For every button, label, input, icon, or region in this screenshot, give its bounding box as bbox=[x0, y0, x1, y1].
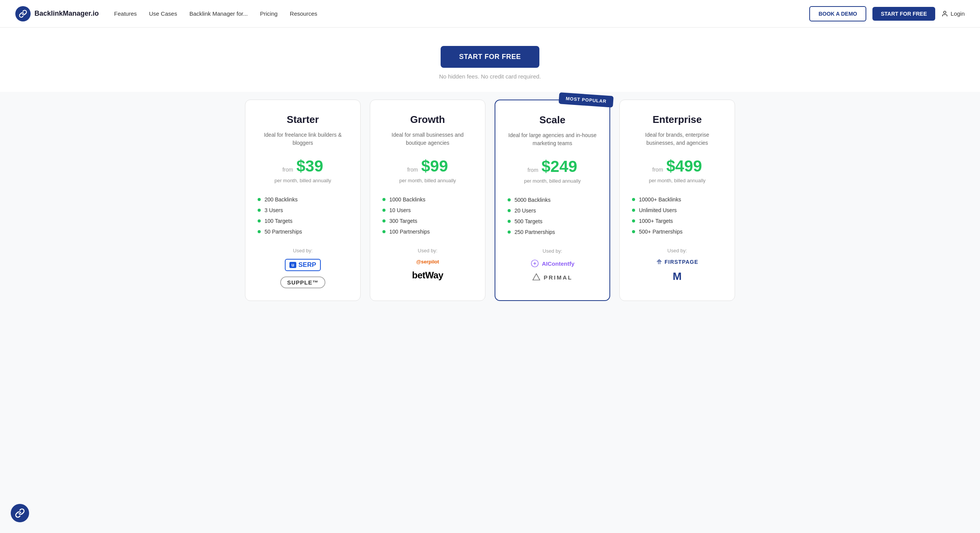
plan-card-growth: Growth Ideal for small businesses and bo… bbox=[370, 100, 485, 301]
bullet-icon bbox=[632, 219, 635, 222]
brand-logo: betWay bbox=[412, 270, 443, 281]
price-from-label: from bbox=[528, 167, 538, 173]
price-amount: $249 bbox=[542, 157, 577, 175]
feature-item: 100 Targets bbox=[258, 216, 348, 226]
feature-item: 10000+ Backlinks bbox=[632, 194, 722, 205]
bullet-icon bbox=[258, 198, 261, 201]
price-amount: $99 bbox=[421, 157, 448, 175]
feature-text: 5000 Backlinks bbox=[514, 197, 550, 203]
feature-item: Unlimited Users bbox=[632, 205, 722, 216]
plan-name: Starter bbox=[258, 114, 348, 126]
brand-logo: FIRSTPAGE bbox=[656, 259, 698, 265]
start-free-hero-button[interactable]: START FOR FREE bbox=[441, 46, 539, 68]
used-by-label: Used by: bbox=[258, 248, 348, 253]
plan-card-starter: Starter Ideal for freelance link builder… bbox=[245, 100, 361, 301]
brand-logo: SUPPLE™ bbox=[280, 276, 325, 288]
navbar: BacklinkManager.io Features Use Cases Ba… bbox=[0, 0, 980, 28]
plan-desc: Ideal for freelance link builders & blog… bbox=[258, 131, 348, 149]
feature-text: 1000 Backlinks bbox=[389, 196, 425, 203]
start-free-nav-button[interactable]: START FOR FREE bbox=[872, 7, 935, 21]
feature-item: 50 Partnerships bbox=[258, 226, 348, 237]
used-by-label: Used by: bbox=[508, 248, 597, 254]
feature-text: 200 Backlinks bbox=[265, 196, 297, 203]
price-from-label: from bbox=[407, 167, 418, 173]
most-popular-badge: MOST POPULAR bbox=[559, 92, 614, 108]
bullet-icon bbox=[632, 198, 635, 201]
plan-name: Scale bbox=[508, 114, 597, 126]
plan-price-row: from $39 bbox=[258, 157, 348, 175]
plan-card-scale: MOST POPULAR Scale Ideal for large agenc… bbox=[495, 100, 610, 301]
brand-logo: PRIMAL bbox=[532, 273, 573, 281]
feature-item: 5000 Backlinks bbox=[508, 195, 597, 205]
user-icon bbox=[941, 10, 948, 17]
feature-text: 500 Targets bbox=[514, 218, 542, 224]
hero-subtext: No hidden fees. No credit card required. bbox=[8, 73, 972, 80]
svg-point-0 bbox=[944, 11, 946, 13]
bullet-icon bbox=[508, 220, 511, 223]
plan-desc: Ideal for large agencies and in-house ma… bbox=[508, 131, 597, 150]
bullet-icon bbox=[382, 209, 385, 212]
plan-features: 10000+ Backlinks Unlimited Users 1000+ T… bbox=[632, 194, 722, 237]
nav-features[interactable]: Features bbox=[114, 9, 137, 18]
feature-text: 1000+ Targets bbox=[639, 218, 673, 224]
feature-text: Unlimited Users bbox=[639, 207, 677, 213]
nav-backlink-manager-for[interactable]: Backlink Manager for... bbox=[189, 9, 248, 18]
nav-pricing[interactable]: Pricing bbox=[260, 9, 278, 18]
plan-price-row: from $499 bbox=[632, 157, 722, 175]
brand-logo: uSERP bbox=[285, 259, 321, 271]
feature-item: 1000 Backlinks bbox=[382, 194, 473, 205]
brand-logos: uSERP SUPPLE™ bbox=[258, 259, 348, 288]
book-demo-button[interactable]: BOOK A DEMO bbox=[809, 6, 866, 21]
nav-actions: BOOK A DEMO START FOR FREE Login bbox=[809, 6, 965, 21]
bullet-icon bbox=[508, 198, 511, 201]
bullet-icon bbox=[632, 209, 635, 212]
nav-resources[interactable]: Resources bbox=[290, 9, 317, 18]
feature-item: 200 Backlinks bbox=[258, 194, 348, 205]
plan-desc: Ideal for brands, enterprise businesses,… bbox=[632, 131, 722, 149]
plan-billing: per month, billed annually bbox=[508, 178, 597, 184]
plan-features: 5000 Backlinks 20 Users 500 Targets 250 … bbox=[508, 195, 597, 237]
feature-text: 10000+ Backlinks bbox=[639, 196, 681, 203]
logo-icon bbox=[15, 6, 31, 21]
plan-billing: per month, billed annually bbox=[382, 178, 473, 183]
feature-item: 500 Targets bbox=[508, 216, 597, 227]
login-button[interactable]: Login bbox=[941, 10, 965, 17]
pricing-grid: Starter Ideal for freelance link builder… bbox=[234, 92, 746, 324]
plan-features: 200 Backlinks 3 Users 100 Targets 50 Par… bbox=[258, 194, 348, 237]
login-label: Login bbox=[951, 10, 965, 17]
nav-links: Features Use Cases Backlink Manager for.… bbox=[114, 9, 809, 18]
plan-features: 1000 Backlinks 10 Users 300 Targets 100 … bbox=[382, 194, 473, 237]
feature-text: 10 Users bbox=[389, 207, 411, 213]
price-from-label: from bbox=[652, 167, 663, 173]
brand-logos: FIRSTPAGE M bbox=[632, 259, 722, 283]
feature-text: 300 Targets bbox=[389, 218, 417, 224]
feature-item: 10 Users bbox=[382, 205, 473, 216]
plan-card-enterprise: Enterprise Ideal for brands, enterprise … bbox=[619, 100, 735, 301]
plan-name: Enterprise bbox=[632, 114, 722, 126]
feature-item: 3 Users bbox=[258, 205, 348, 216]
feature-item: 250 Partnerships bbox=[508, 227, 597, 237]
feature-item: 1000+ Targets bbox=[632, 216, 722, 226]
feature-text: 500+ Partnerships bbox=[639, 229, 683, 235]
bullet-icon bbox=[258, 230, 261, 233]
logo[interactable]: BacklinkManager.io bbox=[15, 6, 99, 21]
feature-text: 3 Users bbox=[265, 207, 283, 213]
bullet-icon bbox=[508, 231, 511, 234]
plan-billing: per month, billed annually bbox=[258, 178, 348, 183]
brand-logo: AIContentfy bbox=[531, 259, 575, 268]
plan-price-row: from $99 bbox=[382, 157, 473, 175]
nav-use-cases[interactable]: Use Cases bbox=[149, 9, 177, 18]
feature-item: 100 Partnerships bbox=[382, 226, 473, 237]
feature-item: 300 Targets bbox=[382, 216, 473, 226]
bullet-icon bbox=[632, 230, 635, 233]
bullet-icon bbox=[258, 209, 261, 212]
brand-logos: AIContentfy PRIMAL bbox=[508, 259, 597, 281]
used-by-label: Used by: bbox=[632, 248, 722, 253]
plan-name: Growth bbox=[382, 114, 473, 126]
bullet-icon bbox=[382, 230, 385, 233]
feature-item: 500+ Partnerships bbox=[632, 226, 722, 237]
plan-desc: Ideal for small businesses and boutique … bbox=[382, 131, 473, 149]
price-amount: $499 bbox=[666, 157, 702, 175]
price-from-label: from bbox=[283, 167, 293, 173]
feature-text: 250 Partnerships bbox=[514, 229, 555, 235]
